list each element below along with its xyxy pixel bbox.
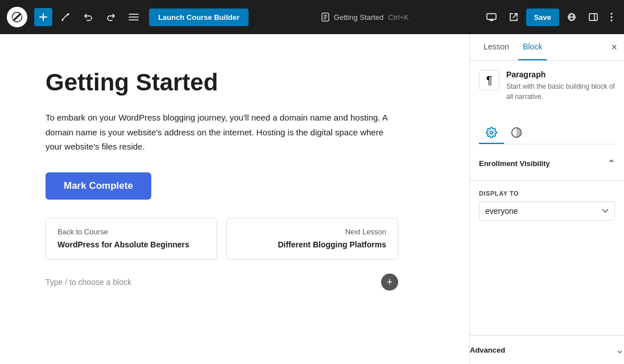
enrollment-visibility-label: Enrollment Visibility: [479, 159, 550, 168]
list-view-button[interactable]: [124, 10, 143, 24]
paragraph-block-icon: ¶: [479, 70, 499, 90]
block-chooser: Type / to choose a block +: [46, 274, 398, 291]
block-chooser-text: Type / to choose a block: [46, 278, 131, 287]
display-to-select[interactable]: everyone enrolled students admins only: [479, 201, 615, 221]
nav-next-card[interactable]: Next Lesson Different Blogging Platforms: [226, 218, 398, 260]
document-title: Getting Started: [334, 13, 383, 22]
advanced-chevron: ⌄: [615, 344, 624, 356]
svg-rect-7: [487, 14, 496, 19]
more-options-button[interactable]: [606, 9, 617, 25]
page-body: To embark on your WordPress blogging jou…: [46, 110, 398, 154]
redo-button[interactable]: [101, 9, 121, 26]
add-block-button[interactable]: [34, 8, 52, 26]
wp-logo[interactable]: [7, 7, 27, 27]
lesson-nav: Back to Course WordPress for Absolute Be…: [46, 218, 398, 260]
sidebar-header: Lesson Block ×: [470, 34, 624, 61]
nav-next-title: Different Blogging Platforms: [238, 239, 386, 251]
mark-complete-button[interactable]: Mark Complete: [46, 172, 151, 200]
tab-block[interactable]: Block: [518, 34, 547, 60]
save-button[interactable]: Save: [526, 9, 559, 26]
keyboard-shortcut: Ctrl+K: [388, 13, 408, 22]
section-divider: [470, 180, 624, 181]
display-to-label: DISPLAY TO: [479, 190, 615, 197]
svg-line-10: [513, 14, 517, 18]
nav-next-label: Next Lesson: [238, 228, 386, 236]
sidebar-content: ¶ Paragraph Start with the basic buildin…: [470, 61, 624, 335]
nav-back-title: WordPress for Absolute Beginners: [57, 239, 205, 251]
svg-point-16: [611, 13, 613, 15]
page-title: Getting Started: [46, 68, 424, 97]
site-icon-button[interactable]: [563, 9, 581, 25]
toolbar-right: Save: [482, 9, 617, 26]
main-layout: Getting Started To embark on your WordPr…: [0, 34, 624, 364]
preview-desktop-button[interactable]: [482, 10, 501, 24]
svg-point-17: [611, 16, 613, 18]
document-info: Getting Started Ctrl+K: [321, 13, 409, 22]
sidebar: Lesson Block × ¶ Paragraph Start with th…: [469, 34, 624, 364]
block-desc: Start with the basic building block of a…: [506, 81, 615, 102]
block-sub-tabs: [479, 122, 615, 144]
tools-button[interactable]: [56, 9, 75, 26]
editor-area: Getting Started To embark on your WordPr…: [0, 34, 469, 364]
enrollment-visibility-section: Enrollment Visibility ⌃ DISPLAY TO every…: [479, 154, 615, 221]
nav-back-label: Back to Course: [57, 228, 205, 236]
enrollment-visibility-chevron: ⌃: [608, 158, 615, 169]
block-add-button[interactable]: +: [381, 274, 398, 291]
settings-sub-tab[interactable]: [479, 122, 504, 144]
nav-back-card[interactable]: Back to Course WordPress for Absolute Be…: [46, 218, 217, 260]
tab-lesson[interactable]: Lesson: [479, 34, 514, 60]
svg-point-18: [611, 20, 613, 22]
svg-point-19: [490, 131, 493, 134]
style-sub-tab[interactable]: [504, 122, 529, 144]
advanced-label: Advanced: [470, 346, 505, 354]
enrollment-visibility-toggle[interactable]: Enrollment Visibility ⌃: [479, 154, 615, 173]
block-info: ¶ Paragraph Start with the basic buildin…: [479, 70, 615, 111]
undo-button[interactable]: [78, 9, 98, 26]
external-link-button[interactable]: [505, 9, 523, 25]
advanced-section[interactable]: Advanced ⌄: [469, 335, 624, 364]
svg-rect-14: [589, 14, 597, 20]
block-name: Paragraph: [506, 70, 615, 79]
launch-course-builder-button[interactable]: Launch Course Builder: [149, 9, 249, 26]
sidebar-toggle-button[interactable]: [584, 10, 602, 24]
sidebar-close-button[interactable]: ×: [611, 42, 617, 52]
toolbar: Launch Course Builder Getting Started Ct…: [0, 0, 624, 34]
